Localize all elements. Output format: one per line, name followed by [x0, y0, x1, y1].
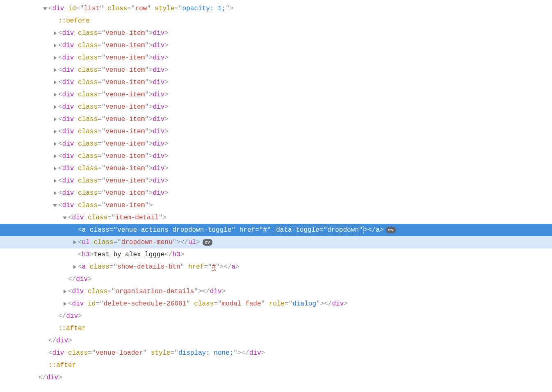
expand-toggle-icon[interactable]	[52, 117, 58, 121]
tree-row-venue-item[interactable]: <div class="venue-item">div>	[0, 64, 552, 76]
tree-row-venue-item[interactable]: <div class="venue-item">div>	[0, 187, 552, 199]
event-listener-badge[interactable]: ev	[203, 239, 212, 246]
node-label: <div class="venue-item">div>	[58, 27, 169, 39]
node-label: <a class="venue-actions dropdown-toggle"…	[78, 224, 383, 236]
node-label: <div class="venue-item">div>	[58, 113, 169, 125]
expand-toggle-icon[interactable]	[52, 105, 58, 109]
svg-marker-6	[54, 93, 57, 97]
expand-toggle-icon[interactable]	[52, 31, 58, 35]
node-label: <div class="venue-item">div>	[58, 39, 169, 52]
node-label: <div class="venue-item">div>	[58, 64, 169, 76]
expand-toggle-icon[interactable]	[71, 265, 78, 269]
svg-marker-4	[54, 68, 57, 72]
node-label: <div class="venue-item">div>	[58, 150, 169, 162]
node-label: <div class="venue-item">div>	[58, 52, 169, 64]
expand-toggle-icon[interactable]	[52, 130, 58, 134]
expand-toggle-icon[interactable]	[62, 216, 68, 220]
tree-row-dropdown-menu[interactable]: <ul class="dropdown-menu"></ul> ev	[0, 236, 552, 248]
expand-toggle-icon[interactable]	[42, 7, 48, 11]
expand-toggle-icon[interactable]	[52, 93, 58, 97]
event-listener-badge[interactable]: ev	[386, 227, 396, 233]
node-label: <ul class="dropdown-menu"></ul>	[78, 236, 200, 248]
tree-row-venue-item[interactable]: <div class="venue-item">div>	[0, 39, 552, 52]
node-label: <div id="delete-schedule-26681" class="m…	[68, 298, 348, 310]
tree-row-venue-item[interactable]: <div class="venue-item">div>	[0, 52, 552, 64]
svg-marker-15	[53, 204, 57, 207]
expand-toggle-icon[interactable]	[52, 68, 58, 72]
tree-row-close-div[interactable]: </div>	[0, 310, 552, 322]
expand-toggle-icon[interactable]	[52, 179, 58, 183]
svg-marker-19	[64, 289, 66, 294]
tree-row-pseudo-after[interactable]: ::after	[0, 322, 552, 335]
tree-row-close-div[interactable]: </div>	[0, 273, 552, 285]
svg-marker-7	[54, 105, 57, 109]
node-label: </div>	[58, 310, 82, 322]
tree-row-venue-item[interactable]: <div class="venue-item">div>	[0, 175, 552, 187]
expand-toggle-icon[interactable]	[52, 191, 58, 195]
svg-marker-3	[54, 56, 57, 60]
tree-row-venue-item[interactable]: <div class="venue-item">div>	[0, 125, 552, 138]
node-label: <div id="list" class="row" style="opacit…	[48, 2, 233, 15]
node-label: <h3>test_by_alex_lggge</h3>	[78, 248, 184, 261]
node-label: <div class="organisation-details"></div>	[68, 285, 226, 298]
node-label: <div class="venue-item">div>	[58, 76, 169, 89]
tree-row-delete-modal[interactable]: <div id="delete-schedule-26681" class="m…	[0, 298, 552, 310]
svg-marker-11	[54, 154, 57, 158]
svg-marker-10	[54, 142, 57, 146]
tree-row-venue-item[interactable]: <div class="venue-item">div>	[0, 101, 552, 113]
href-hash-link: #	[212, 263, 216, 271]
expand-toggle-icon[interactable]	[52, 203, 58, 207]
expand-toggle-icon[interactable]	[71, 240, 78, 244]
tree-row-venue-loader[interactable]: <div class="venue-loader" style="display…	[0, 347, 552, 359]
tree-row-close-div[interactable]: </div>	[0, 335, 552, 347]
node-label: <div class="venue-item">div>	[58, 89, 169, 101]
tree-row-venue-item[interactable]: <div class="venue-item">div>	[0, 27, 552, 39]
svg-marker-16	[63, 217, 67, 219]
node-label: <a class="show-details-btn" href="#"></a…	[78, 261, 240, 273]
tree-row-h3[interactable]: <h3>test_by_alex_lggge</h3>	[0, 248, 552, 261]
tree-row-root[interactable]: <div id="list" class="row" style="opacit…	[0, 2, 552, 15]
tree-row-selected[interactable]: <a class="venue-actions dropdown-toggle"…	[0, 224, 552, 236]
expand-toggle-icon[interactable]	[52, 154, 58, 158]
dom-tree: <div id="list" class="row" style="opacit…	[0, 0, 552, 392]
tree-row-venue-item[interactable]: <div class="venue-item">div>	[0, 138, 552, 150]
expand-toggle-icon[interactable]	[52, 43, 58, 48]
node-label: <div class="venue-item">	[58, 199, 153, 212]
node-label: <div class="venue-item">div>	[58, 101, 169, 113]
node-label: <div class="venue-item">div>	[58, 187, 169, 199]
tree-row-venue-item-expanded[interactable]: <div class="venue-item">	[0, 199, 552, 212]
node-label: <div class="venue-item">div>	[58, 125, 169, 138]
svg-marker-12	[54, 166, 57, 171]
svg-marker-1	[54, 31, 57, 35]
svg-marker-18	[73, 265, 76, 269]
svg-marker-20	[64, 302, 66, 306]
expand-toggle-icon[interactable]	[52, 56, 58, 60]
expand-toggle-icon[interactable]	[52, 142, 58, 146]
pseudo-element-label: ::before	[58, 15, 90, 27]
tree-row-show-details[interactable]: <a class="show-details-btn" href="#"></a…	[0, 261, 552, 273]
tree-row-venue-item[interactable]: <div class="venue-item">div>	[0, 150, 552, 162]
node-label: <div class="venue-item">div>	[58, 175, 169, 187]
node-label: <div class="venue-loader" style="display…	[48, 347, 265, 359]
tree-row-pseudo-after[interactable]: ::after	[0, 359, 552, 371]
tree-row-venue-item[interactable]: <div class="venue-item">div>	[0, 89, 552, 101]
node-label: </div>	[39, 371, 62, 384]
tree-row-pseudo-before[interactable]: ::before	[0, 15, 552, 27]
tree-row-item-detail[interactable]: <div class="item-detail">	[0, 212, 552, 224]
tree-row-venue-item[interactable]: <div class="venue-item">div>	[0, 113, 552, 125]
pseudo-element-label: ::after	[48, 359, 76, 371]
tree-row-close-div[interactable]: </div>	[0, 371, 552, 384]
pseudo-element-label: ::after	[58, 322, 86, 335]
node-label: </div>	[48, 335, 72, 347]
expand-toggle-icon[interactable]	[52, 166, 58, 171]
expand-toggle-icon[interactable]	[62, 289, 68, 294]
tree-row-org-details[interactable]: <div class="organisation-details"></div>	[0, 285, 552, 298]
svg-marker-17	[73, 240, 76, 244]
svg-marker-5	[54, 80, 57, 84]
expand-toggle-icon[interactable]	[52, 80, 58, 84]
svg-marker-14	[54, 191, 57, 195]
expand-toggle-icon[interactable]	[62, 302, 68, 306]
tree-row-venue-item[interactable]: <div class="venue-item">div>	[0, 76, 552, 89]
node-label: <div class="item-detail">	[68, 212, 167, 224]
tree-row-venue-item[interactable]: <div class="venue-item">div>	[0, 162, 552, 175]
